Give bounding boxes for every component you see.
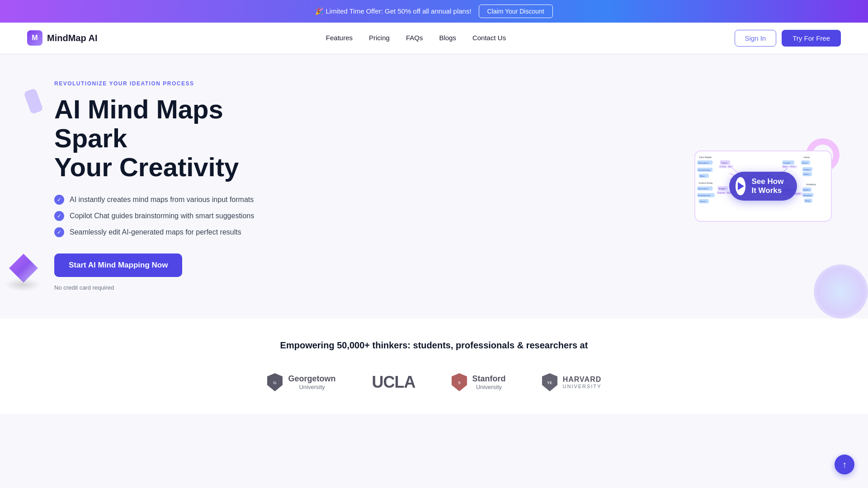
svg-text:Entertainment: Entertainment bbox=[698, 194, 710, 197]
deco-blob bbox=[814, 264, 868, 319]
ucla-text: UCLA bbox=[372, 373, 415, 392]
hero-tag: REVOLUTIONIZE YOUR IDEATION PROCESS bbox=[54, 80, 298, 87]
georgetown-icon: G bbox=[266, 372, 283, 392]
georgetown-text: Georgetown University bbox=[288, 374, 335, 390]
svg-text:Venue: Venue bbox=[791, 166, 796, 168]
stanford-text: Stanford University bbox=[472, 374, 505, 390]
svg-text:Location: Location bbox=[783, 161, 791, 164]
svg-text:Home: Home bbox=[804, 156, 810, 159]
brand-name: MindMap AI bbox=[47, 33, 97, 43]
hero-feature-3: ✓ Seamlessly edit AI-generated maps for … bbox=[54, 227, 298, 237]
promo-banner: 🎉 Limited Time Offer: Get 50% off all an… bbox=[0, 0, 868, 23]
hero-feature-text-3: Seamlessly edit AI-generated maps for pe… bbox=[70, 228, 241, 236]
hero-section: REVOLUTIONIZE YOUR IDEATION PROCESS AI M… bbox=[0, 53, 868, 319]
svg-text:Budget: Budget bbox=[719, 188, 726, 190]
svg-text:Expenses: Expenses bbox=[717, 192, 725, 193]
hero-feature-text-2: Copilot Chat guides brainstorming with s… bbox=[70, 212, 254, 220]
svg-text:Invitations: Invitations bbox=[806, 183, 816, 186]
nav-features[interactable]: Features bbox=[326, 34, 353, 42]
check-icon-2: ✓ bbox=[54, 211, 64, 221]
see-how-it-works-button[interactable]: See How It Works bbox=[729, 172, 797, 201]
hero-content: REVOLUTIONIZE YOUR IDEATION PROCESS AI M… bbox=[54, 80, 298, 291]
play-icon bbox=[736, 177, 745, 195]
svg-text:VE: VE bbox=[547, 381, 552, 385]
svg-text:Concept: Concept bbox=[720, 166, 726, 168]
logo-stanford: S Stanford University bbox=[451, 373, 505, 392]
svg-text:Food & Drinks: Food & Drinks bbox=[698, 169, 710, 171]
play-triangle-icon bbox=[738, 182, 744, 190]
logos-section: Empowering 50,000+ thinkers: students, p… bbox=[0, 319, 868, 414]
start-mapping-button[interactable]: Start AI Mind Mapping Now bbox=[54, 253, 182, 277]
logos-row: G Georgetown University UCLA S Stanford … bbox=[27, 372, 841, 392]
svg-text:Outdoor: Outdoor bbox=[803, 168, 811, 170]
no-credit-card-text: No credit card required bbox=[54, 284, 114, 291]
svg-text:Venue: Venue bbox=[802, 161, 808, 164]
logo-ucla: UCLA bbox=[372, 373, 415, 392]
navbar: M MindMap AI Features Pricing FAQs Blogs… bbox=[0, 23, 868, 53]
svg-text:Music: Music bbox=[700, 175, 705, 177]
svg-text:Setup: Setup bbox=[805, 200, 811, 202]
logo-icon: M bbox=[27, 30, 42, 46]
brand-logo[interactable]: M MindMap AI bbox=[27, 30, 97, 46]
harvard-text: HARVARD UNIVERSITY bbox=[562, 375, 601, 389]
harvard-icon: VE bbox=[542, 373, 558, 392]
svg-text:Space: Space bbox=[783, 166, 788, 168]
mindmap-preview: Color Palette Decorations Theme Concept … bbox=[694, 150, 832, 222]
svg-text:S: S bbox=[458, 380, 461, 385]
logos-tagline: Empowering 50,000+ thinkers: students, p… bbox=[27, 340, 841, 351]
logo-harvard: VE HARVARD UNIVERSITY bbox=[542, 373, 601, 392]
hero-title: AI Mind Maps SparkYour Creativity bbox=[54, 95, 298, 181]
svg-text:Color Palette: Color Palette bbox=[699, 156, 712, 159]
nav-blogs[interactable]: Blogs bbox=[439, 34, 456, 42]
check-icon-3: ✓ bbox=[54, 227, 64, 237]
svg-text:Style: Style bbox=[728, 166, 731, 168]
deco-rectangle bbox=[24, 88, 43, 114]
svg-text:Food & Drinks: Food & Drinks bbox=[699, 182, 713, 184]
nav-actions: Sign In Try For Free bbox=[735, 30, 841, 47]
hero-features-list: ✓ AI instantly creates mind maps from va… bbox=[54, 195, 298, 237]
nav-links: Features Pricing FAQs Blogs Contact Us bbox=[326, 34, 506, 42]
svg-text:Theme: Theme bbox=[722, 161, 728, 164]
hero-feature-text-1: AI instantly creates mind maps from vari… bbox=[70, 196, 254, 204]
nav-contact[interactable]: Contact Us bbox=[472, 34, 506, 42]
deco-shadow bbox=[5, 278, 41, 291]
check-icon-1: ✓ bbox=[54, 195, 64, 205]
svg-text:Favors: Favors bbox=[700, 200, 706, 202]
banner-text: 🎉 Limited Time Offer: Get 50% off all an… bbox=[315, 7, 471, 15]
signin-button[interactable]: Sign In bbox=[735, 30, 777, 47]
play-label: See How It Works bbox=[752, 177, 787, 195]
stanford-icon: S bbox=[451, 373, 467, 392]
logo-georgetown: G Georgetown University bbox=[266, 372, 335, 392]
svg-text:Decorations: Decorations bbox=[698, 161, 708, 164]
claim-discount-button[interactable]: Claim Your Discount bbox=[479, 5, 553, 18]
nav-faqs[interactable]: FAQs bbox=[406, 34, 423, 42]
svg-text:RSVPs: RSVPs bbox=[803, 188, 810, 191]
hero-feature-1: ✓ AI instantly creates mind maps from va… bbox=[54, 195, 298, 205]
svg-text:G: G bbox=[274, 380, 277, 385]
hero-feature-2: ✓ Copilot Chat guides brainstorming with… bbox=[54, 211, 298, 221]
nav-pricing[interactable]: Pricing bbox=[369, 34, 390, 42]
svg-text:Indoor: Indoor bbox=[803, 173, 809, 175]
try-free-button[interactable]: Try For Free bbox=[782, 30, 841, 47]
svg-text:Decorations: Decorations bbox=[698, 188, 708, 190]
svg-text:Shopping: Shopping bbox=[803, 194, 812, 196]
hero-visual: Color Palette Decorations Theme Concept … bbox=[694, 150, 832, 222]
